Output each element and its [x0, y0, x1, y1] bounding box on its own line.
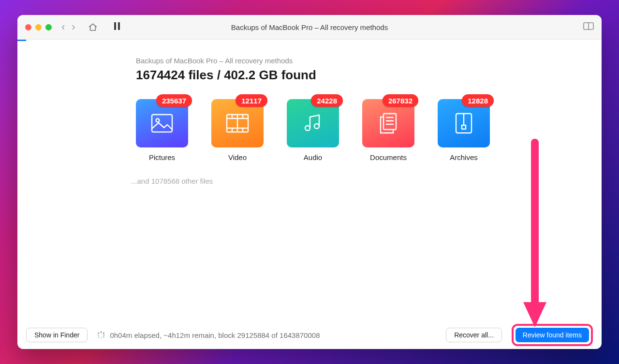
- category-archives[interactable]: 12828 Archives: [438, 99, 490, 161]
- svg-rect-0: [114, 22, 116, 30]
- svg-rect-29: [98, 332, 100, 334]
- category-audio-count: 24228: [311, 94, 343, 107]
- category-video-label: Video: [228, 153, 247, 161]
- svg-rect-30: [103, 332, 105, 334]
- svg-rect-18: [383, 114, 396, 130]
- content-area: Backups of MacBook Pro – All recovery me…: [17, 41, 602, 321]
- status-line: 0h04m elapsed, ~4h12m remain, block 2912…: [97, 331, 320, 339]
- recover-all-button[interactable]: Recover all...: [446, 328, 502, 342]
- breadcrumb: Backups of MacBook Pro – All recovery me…: [136, 57, 602, 65]
- nav-back-forward: ‹ ›: [61, 22, 75, 32]
- svg-point-5: [156, 119, 160, 122]
- status-text: 0h04m elapsed, ~4h12m remain, block 2912…: [110, 331, 320, 339]
- svg-rect-4: [152, 115, 172, 132]
- footer-bar: Show in Finder 0h04m elapsed,: [17, 321, 602, 349]
- titlebar: ‹ › Backups of MacBook Pro – All recover…: [17, 15, 602, 40]
- category-pictures[interactable]: 235637 Pictures: [136, 99, 188, 161]
- category-video[interactable]: 12117 Video: [211, 99, 264, 161]
- svg-rect-31: [98, 336, 100, 338]
- found-summary: 1674424 files / 402.2 GB found: [136, 68, 602, 83]
- annotation-arrow-icon: [520, 138, 549, 331]
- zoom-window-button[interactable]: [45, 24, 52, 30]
- app-window: ‹ › Backups of MacBook Pro – All recover…: [17, 15, 602, 349]
- svg-rect-32: [103, 336, 105, 338]
- category-pictures-count: 235637: [156, 94, 192, 107]
- category-documents[interactable]: 267832 Documents: [362, 99, 414, 161]
- show-in-finder-button[interactable]: Show in Finder: [26, 328, 88, 342]
- category-documents-label: Documents: [370, 153, 407, 161]
- forward-button[interactable]: ›: [72, 22, 75, 32]
- svg-point-16: [305, 126, 310, 131]
- back-button[interactable]: ‹: [61, 22, 65, 32]
- svg-marker-34: [523, 302, 546, 327]
- category-audio-label: Audio: [304, 153, 322, 161]
- sidebar-toggle-button[interactable]: [583, 22, 594, 32]
- window-controls: [25, 24, 52, 30]
- svg-rect-27: [97, 335, 99, 335]
- svg-point-17: [314, 124, 319, 129]
- category-video-count: 12117: [236, 94, 267, 107]
- svg-rect-1: [118, 22, 120, 30]
- spinner-icon: [97, 331, 105, 339]
- close-window-button[interactable]: [25, 24, 31, 30]
- svg-rect-28: [103, 335, 105, 335]
- category-archives-count: 12828: [462, 94, 494, 107]
- category-documents-count: 267832: [383, 94, 418, 107]
- category-audio[interactable]: 24228 Audio: [287, 99, 339, 161]
- home-button[interactable]: [88, 22, 98, 32]
- pause-button[interactable]: [113, 22, 121, 32]
- window-title: Backups of MacBook Pro – All recovery me…: [17, 23, 602, 31]
- svg-rect-26: [101, 337, 102, 339]
- svg-rect-25: [101, 331, 102, 333]
- category-pictures-label: Pictures: [149, 153, 175, 161]
- category-archives-label: Archives: [450, 153, 478, 161]
- svg-rect-24: [462, 125, 466, 129]
- minimize-window-button[interactable]: [35, 24, 42, 30]
